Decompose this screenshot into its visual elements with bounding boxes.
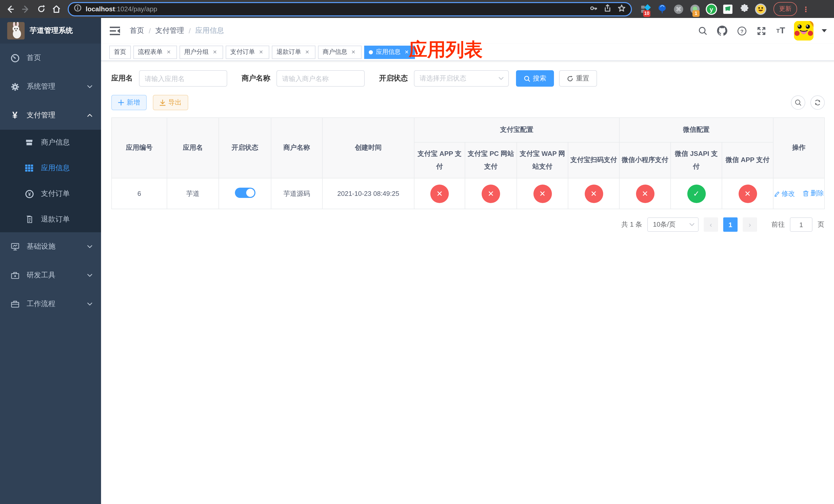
reload-icon[interactable] (35, 3, 47, 15)
fullscreen-icon[interactable] (755, 25, 767, 37)
github-icon[interactable] (716, 25, 728, 37)
avatar-dropdown-icon[interactable] (822, 29, 827, 32)
prev-page-button[interactable] (704, 217, 718, 232)
breadcrumb-home[interactable]: 首页 (130, 26, 144, 36)
sidebar-item-system[interactable]: 系统管理 (0, 72, 101, 101)
search-icon (524, 75, 530, 82)
page-size-select[interactable]: 10条/页 (647, 217, 699, 232)
toggle-search-button[interactable] (791, 95, 805, 110)
tag-user-group[interactable]: 用户分组 (179, 45, 223, 59)
extension-y-icon[interactable]: y (706, 3, 717, 15)
sidebar-item-payment[interactable]: ¥ 支付管理 (0, 101, 101, 130)
sidebar-item-infra[interactable]: 基础设施 (0, 232, 101, 261)
help-icon[interactable]: ? (736, 25, 748, 37)
grid-icon (25, 164, 34, 173)
goto-page-input[interactable] (790, 217, 812, 232)
col-wx-lite: 微信小程序支付 (619, 142, 671, 178)
toolbox-icon (10, 271, 20, 280)
extension-badge: 1 (693, 10, 700, 17)
bookmark-star-icon[interactable] (618, 4, 626, 14)
cell-created: 2021-10-23 08:49:25 (322, 178, 414, 209)
sidebar-collapse-icon[interactable] (109, 25, 120, 37)
tag-refund-order[interactable]: 退款订单 (272, 45, 315, 59)
reset-button[interactable]: 重置 (559, 70, 597, 87)
col-alipay-qr: 支付宝扫码支付 (568, 142, 619, 178)
tag-merchant-info[interactable]: 商户信息 (318, 45, 361, 59)
extension-chat-icon[interactable] (722, 3, 733, 15)
sidebar-item-dev-tools[interactable]: 研发工具 (0, 261, 101, 290)
back-icon[interactable] (4, 3, 16, 15)
browser-update-button[interactable]: 更新 (773, 2, 797, 16)
tag-process-form[interactable]: 流程表单 (133, 45, 177, 59)
browser-toolbar: localhost:1024/pay/app 10 (0, 0, 834, 18)
merchant-name-input[interactable] (277, 70, 365, 87)
refresh-icon (567, 75, 573, 82)
share-icon[interactable] (604, 4, 611, 14)
sidebar-item-workflow[interactable]: 工作流程 (0, 290, 101, 318)
sidebar-item-pay-order[interactable]: ¥ 支付订单 (0, 181, 101, 207)
chevron-down-icon (689, 222, 695, 228)
extension-command-icon[interactable]: ⌘ (673, 3, 684, 15)
close-icon[interactable] (165, 48, 172, 55)
address-bar[interactable]: localhost:1024/pay/app (68, 2, 632, 16)
status-wx-lite: ✕ (636, 184, 654, 203)
app-name-input[interactable] (139, 70, 227, 87)
site-info-icon[interactable] (74, 4, 82, 14)
close-icon[interactable] (258, 48, 265, 55)
header-search-icon[interactable] (697, 25, 709, 37)
cell-app-name: 芋道 (167, 178, 219, 209)
forward-icon[interactable] (20, 3, 32, 15)
user-avatar[interactable] (794, 21, 813, 41)
search-button[interactable]: 搜索 (516, 70, 554, 87)
close-icon[interactable] (304, 48, 311, 55)
password-key-icon[interactable] (589, 4, 597, 14)
font-size-icon[interactable]: TT (774, 25, 787, 37)
col-wx-app: 微信 APP 支付 (722, 142, 773, 178)
sidebar: 芋道管理系统 首页 系统管理 ¥ (0, 18, 101, 504)
next-page-button[interactable] (743, 217, 757, 232)
group-wechat-config: 微信配置 (619, 118, 773, 142)
close-icon[interactable] (350, 48, 357, 55)
svg-text:¥: ¥ (28, 191, 31, 197)
delete-link[interactable]: 删除 (803, 189, 824, 198)
status-alipay-qr: ✕ (585, 184, 603, 203)
sidebar-item-merchant-info[interactable]: 商户信息 (0, 130, 101, 155)
plus-icon (118, 99, 124, 106)
close-icon[interactable] (211, 48, 219, 55)
extension-balloon-icon[interactable] (657, 3, 668, 15)
trash-icon (803, 190, 809, 197)
refresh-table-button[interactable] (810, 95, 825, 110)
extensions-puzzle-icon[interactable] (739, 3, 750, 15)
enabled-toggle[interactable] (235, 188, 255, 198)
status-alipay-app: ✕ (430, 184, 449, 203)
svg-text:y: y (710, 6, 713, 13)
profile-avatar-icon[interactable] (755, 3, 766, 15)
sidebar-item-home[interactable]: 首页 (0, 44, 101, 72)
app-logo-row[interactable]: 芋道管理系统 (0, 18, 101, 44)
extension-recorder-icon[interactable]: 1 (689, 3, 701, 15)
sidebar-item-app-info[interactable]: 应用信息 (0, 155, 101, 181)
export-button[interactable]: 导出 (153, 95, 188, 110)
col-alipay-pc: 支付宝 PC 网站支付 (465, 142, 517, 178)
page-number-1[interactable]: 1 (723, 217, 738, 232)
browser-menu-icon[interactable]: ⋮ (802, 5, 809, 13)
tag-app-info[interactable]: 应用信息 (364, 45, 415, 59)
breadcrumb-payment[interactable]: 支付管理 (155, 26, 184, 36)
tag-pay-order[interactable]: 支付订单 (226, 45, 269, 59)
tag-home[interactable]: 首页 (109, 45, 131, 59)
home-icon[interactable] (50, 3, 63, 15)
gear-icon (10, 82, 20, 91)
status-alipay-pc: ✕ (482, 184, 500, 203)
total-count: 共 1 条 (621, 220, 642, 229)
svg-text:⌘: ⌘ (676, 6, 681, 12)
status-select[interactable]: 请选择开启状态 (414, 70, 509, 87)
sidebar-item-refund-order[interactable]: 退款订单 (0, 207, 101, 232)
extension-diamond-icon[interactable]: 10 (640, 3, 652, 15)
sidebar-menu: 首页 系统管理 ¥ 支付管理 (0, 44, 101, 504)
add-button[interactable]: 新增 (111, 95, 147, 110)
extensions-row: 10 ⌘ 1 y (640, 3, 766, 15)
cell-app-id: 6 (112, 178, 167, 209)
edit-link[interactable]: 修改 (774, 189, 795, 199)
app-name-label: 应用名 (111, 74, 133, 83)
col-status: 开启状态 (219, 118, 271, 178)
